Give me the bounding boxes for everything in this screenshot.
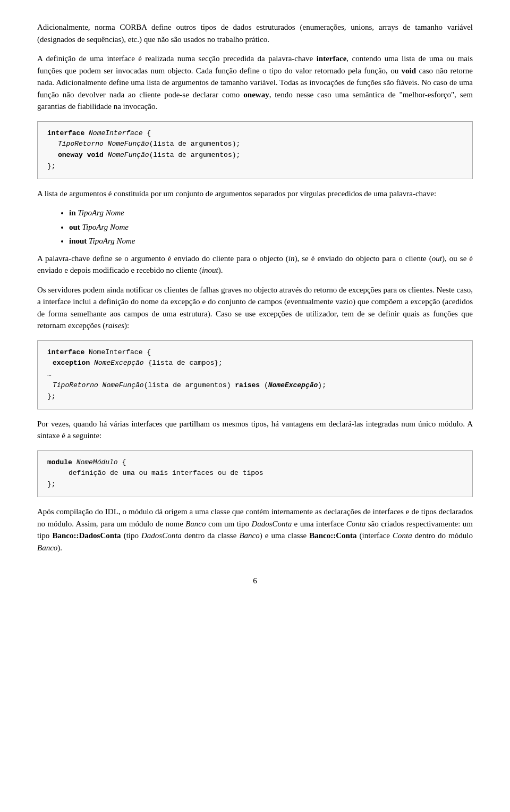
paragraph-7: Após compilação do IDL, o módulo dá orig… (37, 506, 473, 554)
paragraph-5: Os servidores podem ainda notificar os c… (37, 284, 473, 332)
code-line-2-1: interface NomeInterface { (47, 347, 463, 358)
bullet-list: in TipoArg Nome out TipoArg Nome inout T… (69, 207, 473, 247)
para7-bancoconta: Banco::Conta (309, 531, 356, 540)
para7-middle7: (interface (356, 531, 393, 540)
para5-raises: raises (105, 321, 124, 330)
bullet-out-keyword: out (69, 223, 80, 231)
code-it-nomeinteface-1: NomeInterface (89, 129, 142, 137)
para7-banco2: Banco (239, 531, 259, 540)
code-kw-oneway: oneway (58, 151, 83, 159)
code-kw-interface-2: interface (47, 348, 84, 356)
code-line-3-2: definição de uma ou mais interfaces ou d… (47, 468, 463, 479)
code-line-1-4: }; (47, 161, 463, 172)
paragraph-1: Adicionalmente, norma CORBA define outro… (37, 21, 473, 45)
code-kw-interface-1: interface (47, 129, 84, 137)
bullet-item-out: out TipoArg Nome (69, 221, 473, 233)
para7-middle6: ) e uma classe (260, 531, 310, 540)
para7-bancodadosconta: Banco::DadosConta (52, 531, 121, 540)
code-line-3-1: module NomeMódulo { (47, 457, 463, 468)
bullet-in-keyword: in (69, 208, 76, 217)
para7-after: ). (57, 543, 62, 552)
code-kw-exception: exception (53, 359, 90, 367)
para7-dadosconta2: DadosConta (141, 531, 182, 540)
para2-interface-keyword: interface (317, 54, 347, 63)
para6-text: Por vezes, quando há várias interfaces q… (37, 420, 473, 440)
bullet-out-rest: TipoArg Nome (80, 223, 129, 231)
code-it-nomeexcepção: NomeExcepção (94, 359, 144, 367)
para4-after: ). (218, 266, 223, 274)
code-it-nomefuncao-1: NomeFunção (108, 151, 149, 159)
para2-before: A definição de uma interface é realizada… (37, 54, 317, 63)
code-line-2-5: }; (47, 391, 463, 403)
para7-middle4: (tipo (121, 531, 141, 540)
code-line-2-3: … (47, 369, 463, 380)
code-it-nomemodulo: NomeMódulo (76, 458, 118, 466)
para4-before: A palavra-chave define se o argumento é … (37, 254, 288, 263)
para7-middle1: com um tipo (206, 520, 252, 528)
para7-middle2: e uma interface (292, 520, 346, 528)
code-it-tiporetorno-2: TipoRetorno NomeFunção (53, 381, 144, 389)
para7-middle5: dentro da classe (182, 531, 240, 540)
para4-out: out (432, 254, 442, 263)
bullet-item-in: in TipoArg Nome (69, 207, 473, 219)
para7-banco: Banco (185, 520, 206, 528)
para3-text: A lista de argumentos é constituída por … (37, 189, 436, 198)
paragraph-6: Por vezes, quando há várias interfaces q… (37, 418, 473, 442)
para7-middle8: dentro do módulo (412, 531, 473, 540)
code-kw-raises: raises (235, 381, 260, 389)
code-line-1-3: oneway void NomeFunção(lista de argument… (47, 150, 463, 161)
para4-middle1: ), se é enviado do objecto para o client… (294, 254, 431, 263)
para2-void-keyword: void (402, 66, 416, 75)
para7-conta: Conta (346, 520, 366, 528)
paragraph-4: A palavra-chave define se o argumento é … (37, 253, 473, 277)
paragraph-2: A definição de uma interface é realizada… (37, 53, 473, 113)
code-line-1-2: TipoRetorno NomeFunção(lista de argument… (47, 139, 463, 150)
code-it-tiporetorno-1: TipoRetorno NomeFunção (58, 140, 149, 148)
code-line-2-4: TipoRetorno NomeFunção(lista de argument… (47, 380, 463, 391)
code-line-1-1: interface NomeInterface { (47, 128, 463, 139)
code-block-1: interface NomeInterface { TipoRetorno No… (37, 121, 473, 179)
code-kw-void-1: void (87, 151, 104, 159)
para2-oneway-keyword: oneway (243, 90, 269, 99)
code-kwit-nomeexcepção: NomeExcepção (268, 381, 318, 389)
paragraph-3: A lista de argumentos é constituída por … (37, 188, 473, 200)
bullet-inout-keyword: inout (69, 237, 87, 245)
code-line-3-3: }; (47, 479, 463, 490)
bullet-inout-rest: TipoArg Nome (87, 237, 135, 245)
para7-banco3: Banco (37, 543, 57, 552)
code-line-2-2: exception NomeExcepção {lista de campos}… (47, 358, 463, 369)
para1-text: Adicionalmente, norma CORBA define outro… (37, 23, 473, 44)
code-block-2: interface NomeInterface { exception Nome… (37, 340, 473, 409)
page-number: 6 (37, 575, 473, 587)
para4-in: in (288, 254, 295, 263)
code-block-3: module NomeMódulo { definição de uma ou … (37, 450, 473, 497)
code-kw-module: module (47, 458, 72, 466)
para7-dadosconta: DadosConta (251, 520, 292, 528)
bullet-item-inout: inout TipoArg Nome (69, 235, 473, 247)
para4-inout: inout (202, 266, 218, 274)
para7-conta2: Conta (393, 531, 412, 540)
page-number-value: 6 (253, 576, 257, 585)
bullet-in-rest: TipoArg Nome (76, 208, 124, 217)
page: Adicionalmente, norma CORBA define outro… (0, 0, 510, 812)
